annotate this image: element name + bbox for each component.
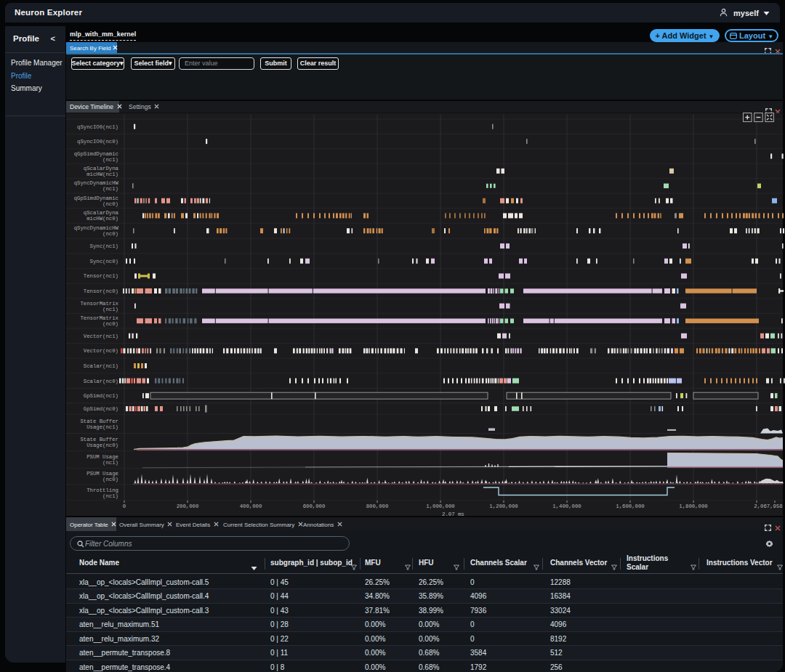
svg-text:(nc0): (nc0) — [102, 321, 118, 327]
svg-text:Vector(nc0): Vector(nc0) — [84, 348, 118, 354]
svg-text:State Buffer: State Buffer — [80, 418, 118, 424]
svg-text:Scalar(nc0): Scalar(nc0) — [84, 378, 118, 384]
svg-text:Scalar(nc1): Scalar(nc1) — [84, 363, 118, 369]
svg-text:800,000: 800,000 — [366, 503, 389, 509]
svg-text:(nc0): (nc0) — [102, 231, 118, 237]
svg-text:qScalarDyna: qScalarDyna — [84, 210, 119, 216]
svg-text:(nc1): (nc1) — [102, 307, 118, 312]
svg-text:(nc1): (nc1) — [102, 186, 118, 192]
svg-text:400,000: 400,000 — [240, 503, 262, 509]
svg-text:Usage(nc1): Usage(nc1) — [86, 424, 118, 430]
svg-text:Tensor(nc0): Tensor(nc0) — [84, 288, 118, 294]
svg-text:Sync(nc0): Sync(nc0) — [90, 259, 118, 264]
svg-text:micHW(nc0): micHW(nc0) — [86, 216, 118, 222]
svg-text:(nc1): (nc1) — [102, 460, 118, 466]
svg-text:(nc1): (nc1) — [102, 157, 118, 163]
svg-text:Vector(nc1): Vector(nc1) — [84, 333, 118, 339]
svg-text:1,800,000: 1,800,000 — [679, 503, 707, 509]
svg-text:1,400,000: 1,400,000 — [552, 503, 581, 509]
svg-text:TensorMatrix: TensorMatrix — [80, 315, 118, 321]
svg-text:2,067,958: 2,067,958 — [754, 503, 782, 509]
svg-text:200,000: 200,000 — [177, 503, 199, 509]
svg-text:micHW(nc1): micHW(nc1) — [86, 171, 118, 177]
svg-text:Sync(nc1): Sync(nc1) — [90, 243, 118, 249]
svg-text:Throttling: Throttling — [86, 487, 118, 493]
svg-text:1,600,000: 1,600,000 — [616, 503, 644, 509]
svg-text:1,000,000: 1,000,000 — [426, 503, 454, 509]
svg-text:State Buffer: State Buffer — [80, 437, 118, 442]
svg-text:PSUM Usage: PSUM Usage — [86, 454, 118, 460]
svg-text:qSyncDynamicHW: qSyncDynamicHW — [74, 180, 119, 186]
svg-text:qSyncIO0(nc0): qSyncIO0(nc0) — [77, 139, 118, 145]
svg-text:Usage(nc0): Usage(nc0) — [86, 442, 118, 448]
svg-text:GpSimd(nc1): GpSimd(nc1) — [84, 393, 118, 399]
svg-text:(nc0): (nc0) — [102, 477, 118, 482]
svg-text:qScalarDyna: qScalarDyna — [84, 166, 119, 171]
svg-text:2.07 ms: 2.07 ms — [442, 511, 464, 516]
svg-text:PSUM Usage: PSUM Usage — [86, 471, 118, 477]
svg-text:0: 0 — [123, 503, 126, 509]
svg-text:qGpSimdDynamic: qGpSimdDynamic — [74, 151, 118, 157]
svg-text:qSyncIO0(nc1): qSyncIO0(nc1) — [77, 124, 118, 130]
svg-text:GpSimd(nc0): GpSimd(nc0) — [84, 406, 118, 412]
svg-text:1,200,000: 1,200,000 — [489, 503, 518, 509]
svg-text:TensorMatrix: TensorMatrix — [80, 301, 118, 307]
svg-text:Tensor(nc1): Tensor(nc1) — [84, 273, 118, 279]
svg-text:(nc0): (nc0) — [102, 201, 118, 207]
svg-text:qGpSimdDynamic: qGpSimdDynamic — [74, 195, 118, 201]
svg-text:600,000: 600,000 — [303, 503, 326, 509]
svg-text:(nc1): (nc1) — [102, 493, 118, 499]
svg-text:qSyncDynamicHW: qSyncDynamicHW — [74, 225, 119, 231]
